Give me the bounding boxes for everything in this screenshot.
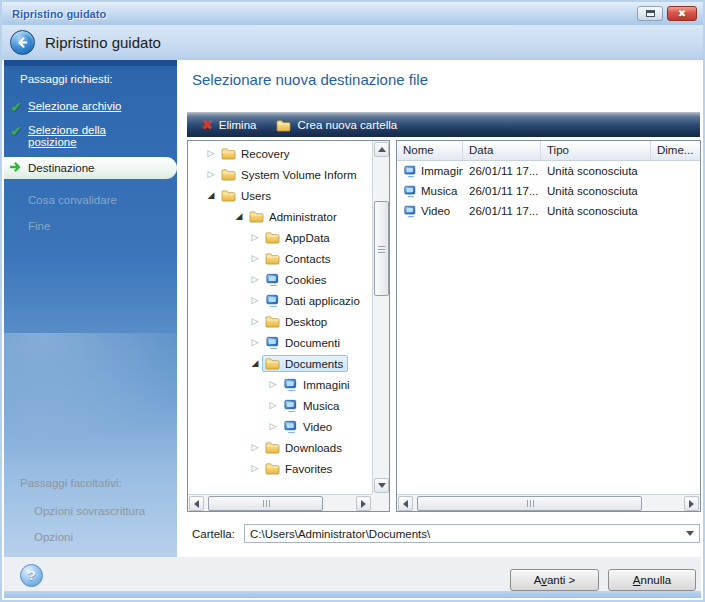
- tree-item-administrator[interactable]: ◢Administrator: [188, 206, 372, 227]
- step-label: Fine: [28, 220, 50, 232]
- close-button[interactable]: ✖: [667, 6, 697, 21]
- tree-item-downloads[interactable]: ▷Downloads: [188, 437, 372, 458]
- toolbar-button-label: Elimina: [219, 119, 257, 131]
- tree-vertical-scrollbar[interactable]: [372, 141, 389, 494]
- collapse-icon[interactable]: ◢: [204, 191, 218, 200]
- tree-item-recovery[interactable]: ▷Recovery: [188, 143, 372, 164]
- column-header-tipo[interactable]: Tipo: [541, 141, 651, 160]
- expand-icon[interactable]: ▷: [204, 170, 218, 179]
- tree-node[interactable]: Dati applicazio: [262, 291, 365, 310]
- step-link[interactable]: Selezione della posizione: [28, 124, 156, 148]
- expand-icon[interactable]: ▷: [266, 401, 280, 410]
- tree-item-contacts[interactable]: ▷Contacts: [188, 248, 372, 269]
- expand-icon[interactable]: ▷: [266, 422, 280, 431]
- tree-item-users[interactable]: ◢Users: [188, 185, 372, 206]
- tree-horizontal-scrollbar[interactable]: [188, 494, 372, 511]
- toolbar-button-elimina[interactable]: ✖Elimina: [191, 113, 266, 137]
- expand-icon[interactable]: ▷: [248, 338, 262, 347]
- tree-node[interactable]: Favorites: [262, 460, 337, 477]
- tree-item-system-volume-inform[interactable]: ▷System Volume Inform: [188, 164, 372, 185]
- column-header-data[interactable]: Data: [463, 141, 541, 160]
- tree-item-musica[interactable]: ▷Musica: [188, 395, 372, 416]
- list-hscroll-thumb[interactable]: [417, 496, 642, 511]
- collapse-icon[interactable]: ◢: [232, 212, 246, 221]
- expand-icon[interactable]: ▷: [266, 380, 280, 389]
- arrow-down-icon: [378, 483, 386, 488]
- tree-node[interactable]: System Volume Inform: [218, 166, 362, 183]
- collapse-icon[interactable]: ◢: [248, 359, 262, 368]
- back-button[interactable]: [10, 30, 35, 55]
- tree-hscroll-thumb[interactable]: [208, 496, 323, 511]
- minimize-button[interactable]: [637, 6, 663, 21]
- tree-item-label: Cookies: [285, 274, 327, 286]
- tree-node[interactable]: Desktop: [262, 313, 332, 330]
- expand-icon[interactable]: ▷: [248, 464, 262, 473]
- sidebar-step-destinazione[interactable]: Destinazione: [4, 157, 177, 179]
- tree-item-dati-applicazio[interactable]: ▷Dati applicazio: [188, 290, 372, 311]
- scroll-up-button[interactable]: [374, 142, 389, 157]
- tree-node[interactable]: Administrator: [246, 208, 342, 225]
- tree-item-cookies[interactable]: ▷Cookies: [188, 269, 372, 290]
- list-row-video[interactable]: Video26/01/11 17...Unità sconosciuta: [397, 201, 700, 221]
- scroll-right-button[interactable]: [684, 496, 699, 511]
- delete-icon: ✖: [201, 118, 213, 132]
- list-horizontal-scrollbar[interactable]: [397, 494, 700, 511]
- tree-node[interactable]: AppData: [262, 229, 335, 246]
- folder-icon: [221, 168, 236, 181]
- drive-icon: [403, 204, 417, 218]
- expand-icon[interactable]: ▷: [248, 296, 262, 305]
- scroll-right-button[interactable]: [356, 496, 371, 511]
- tree-item-documents[interactable]: ◢Documents: [188, 353, 372, 374]
- tree-node[interactable]: Downloads: [262, 439, 347, 456]
- tree-item-documenti[interactable]: ▷Documenti: [188, 332, 372, 353]
- expand-icon[interactable]: ▷: [204, 149, 218, 158]
- column-header-nome[interactable]: Nome: [397, 141, 463, 160]
- sidebar-step-fine: Fine: [4, 220, 177, 232]
- cancel-button[interactable]: Annulla: [608, 569, 696, 591]
- tree-node[interactable]: Contacts: [262, 250, 335, 267]
- drive-icon: [283, 398, 298, 413]
- next-button[interactable]: Avanti >: [510, 569, 599, 591]
- step-link[interactable]: Selezione archivio: [28, 100, 121, 112]
- drive-icon: [283, 419, 298, 434]
- question-mark-icon: ?: [28, 568, 36, 583]
- drive-icon: [403, 164, 417, 178]
- list-row-immagini[interactable]: Immagini26/01/11 17...Unità sconosciuta: [397, 161, 700, 181]
- sidebar-step-selezione-della-posizione[interactable]: ✔Selezione della posizione: [4, 124, 177, 148]
- toolbar: ✖EliminaCrea nuova cartella: [187, 112, 700, 137]
- tree-node[interactable]: Recovery: [218, 145, 295, 162]
- tree-item-appdata[interactable]: ▷AppData: [188, 227, 372, 248]
- list-row-musica[interactable]: Musica26/01/11 17...Unità sconosciuta: [397, 181, 700, 201]
- expand-icon[interactable]: ▷: [248, 317, 262, 326]
- tree-node[interactable]: Cookies: [262, 270, 332, 289]
- combobox-dropdown-button[interactable]: [681, 531, 699, 536]
- folder-tree-panel: ▷Recovery▷System Volume Inform◢Users◢Adm…: [187, 140, 390, 512]
- tree-node[interactable]: Musica: [280, 396, 344, 415]
- sidebar-step-selezione-archivio[interactable]: ✔Selezione archivio: [4, 100, 177, 114]
- folder-icon: [265, 315, 280, 328]
- tree-item-immagini[interactable]: ▷Immagini: [188, 374, 372, 395]
- expand-icon[interactable]: ▷: [248, 233, 262, 242]
- tree-node[interactable]: Documenti: [262, 333, 345, 352]
- tree-scroll-thumb[interactable]: [374, 201, 389, 296]
- tree-item-desktop[interactable]: ▷Desktop: [188, 311, 372, 332]
- tree-node[interactable]: Immagini: [280, 375, 355, 394]
- expand-icon[interactable]: ▷: [248, 254, 262, 263]
- scroll-left-button[interactable]: [398, 496, 413, 511]
- expand-icon[interactable]: ▷: [248, 275, 262, 284]
- column-header-dime-[interactable]: Dime...: [651, 141, 700, 160]
- tree-node[interactable]: Video: [280, 417, 337, 436]
- toolbar-button-crea-nuova-cartella[interactable]: Crea nuova cartella: [266, 113, 407, 137]
- sidebar-optional-step: Opzioni: [34, 531, 73, 543]
- scroll-down-button[interactable]: [374, 478, 389, 493]
- titlebar[interactable]: Ripristino guidato ✖: [2, 2, 703, 25]
- scroll-left-button[interactable]: [189, 496, 204, 511]
- tree-item-favorites[interactable]: ▷Favorites: [188, 458, 372, 479]
- tree-node[interactable]: Documents: [262, 355, 348, 372]
- help-button[interactable]: ?: [20, 564, 43, 587]
- folder-path-combobox[interactable]: C:\Users\Administrator\Documents\: [244, 524, 700, 543]
- tree-item-video[interactable]: ▷Video: [188, 416, 372, 437]
- tree-node[interactable]: Users: [218, 187, 276, 204]
- window-bottom-strip: [4, 591, 701, 598]
- expand-icon[interactable]: ▷: [248, 443, 262, 452]
